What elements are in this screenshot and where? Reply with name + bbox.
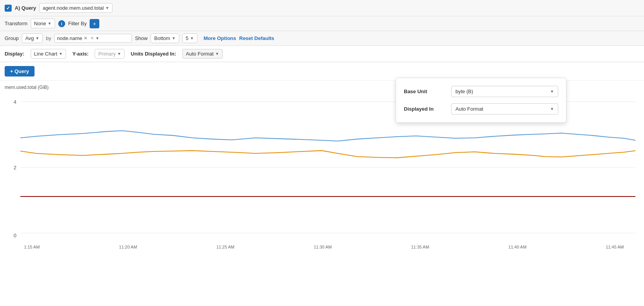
svg-text:2: 2: [14, 165, 16, 170]
tag-input-caret[interactable]: ▼: [95, 36, 99, 40]
by-label: by: [46, 35, 51, 41]
display-row: Display: Line Chart ▼ Y-axis: Primary ▼ …: [0, 46, 644, 62]
x-label-0: 1:15 AM: [24, 245, 40, 249]
displayed-in-label: Displayed In: [404, 106, 447, 112]
yaxis-label: Y-axis:: [72, 51, 88, 57]
displayed-in-value: Auto Format: [455, 106, 483, 112]
group-row: Group Avg ▼ by node.name ✕ ✕ ▼ Show Bott…: [0, 31, 644, 46]
info-icon[interactable]: i: [58, 20, 65, 27]
bottom-caret: ▼: [172, 36, 176, 40]
units-label: Units Displayed In:: [131, 51, 176, 57]
x-label-5: 11:40 AM: [509, 245, 526, 249]
base-unit-label: Base Unit: [404, 89, 447, 94]
clear-button[interactable]: ✕: [90, 36, 94, 41]
bottom-value: Bottom: [154, 35, 170, 41]
primary-caret: ▼: [117, 52, 121, 56]
transform-caret: ▼: [48, 21, 52, 26]
tag-value: node.name: [57, 35, 82, 41]
chart-type-caret: ▼: [59, 52, 63, 56]
transform-dropdown[interactable]: None ▼: [31, 19, 55, 28]
x-label-3: 11:30 AM: [314, 245, 332, 249]
base-unit-row: Base Unit byte (B) ▼: [404, 86, 558, 97]
add-filter-button[interactable]: +: [90, 19, 99, 28]
chart-type-value: Line Chart: [34, 51, 57, 57]
primary-value: Primary: [98, 51, 116, 57]
x-label-6: 11:45 AM: [606, 245, 624, 249]
query-value: agent.node.mem.used.total: [43, 5, 104, 11]
group-label: Group: [5, 35, 19, 41]
avg-value: Avg: [25, 35, 34, 41]
tag-input[interactable]: node.name ✕ ✕ ▼: [54, 34, 132, 43]
x-label-4: 11:35 AM: [411, 245, 429, 249]
reset-defaults-link[interactable]: Reset Defaults: [239, 35, 274, 41]
displayed-in-caret: ▼: [550, 107, 554, 111]
units-dropdown[interactable]: Auto Format ▼: [182, 49, 222, 59]
query-row: A) Query: [5, 5, 36, 12]
units-value: Auto Format: [186, 51, 214, 57]
transform-value: None: [34, 21, 46, 26]
displayed-in-row: Displayed In Auto Format ▼: [404, 103, 558, 115]
query-checkbox[interactable]: [5, 5, 12, 12]
x-axis-labels: 1:15 AM 11:20 AM 11:25 AM 11:30 AM 11:35…: [5, 243, 639, 249]
primary-dropdown[interactable]: Primary ▼: [95, 49, 125, 59]
base-unit-caret: ▼: [550, 89, 554, 94]
number-caret: ▼: [190, 36, 194, 40]
more-options-link[interactable]: More Options: [204, 35, 236, 41]
bottom-dropdown[interactable]: Bottom ▼: [151, 33, 179, 43]
chart-type-dropdown[interactable]: Line Chart ▼: [31, 49, 66, 59]
query-label: A) Query: [15, 5, 36, 11]
add-query-button[interactable]: + Query: [5, 66, 35, 76]
query-dropdown[interactable]: agent.node.mem.used.total ▼: [39, 3, 113, 13]
base-unit-value: byte (B): [455, 89, 473, 94]
display-label: Display:: [5, 51, 24, 57]
x-label-2: 11:25 AM: [216, 245, 234, 249]
transform-row: Transform None ▼ i Filter By +: [0, 16, 644, 31]
query-toolbar: A) Query agent.node.mem.used.total ▼: [0, 0, 644, 16]
number-value: 5: [186, 35, 189, 41]
transform-label: Transform: [5, 21, 28, 26]
tag-close-icon[interactable]: ✕: [84, 36, 87, 41]
avg-dropdown[interactable]: Avg ▼: [22, 33, 43, 43]
svg-text:0: 0: [14, 233, 16, 238]
base-unit-dropdown[interactable]: byte (B) ▼: [451, 86, 558, 97]
query-caret: ▼: [105, 6, 109, 10]
number-dropdown[interactable]: 5 ▼: [182, 33, 197, 43]
units-caret: ▼: [215, 52, 219, 56]
avg-caret: ▼: [35, 36, 39, 40]
svg-text:4: 4: [14, 99, 16, 105]
show-label: Show: [135, 35, 148, 41]
filter-by-label: Filter By: [68, 21, 87, 26]
displayed-in-dropdown[interactable]: Auto Format ▼: [451, 103, 558, 115]
tag-node-name: node.name ✕: [57, 35, 87, 41]
x-label-1: 11:20 AM: [119, 245, 137, 249]
main-container: A) Query agent.node.mem.used.total ▼ Tra…: [0, 0, 644, 306]
units-popup: Base Unit byte (B) ▼ Displayed In Auto F…: [396, 78, 566, 123]
